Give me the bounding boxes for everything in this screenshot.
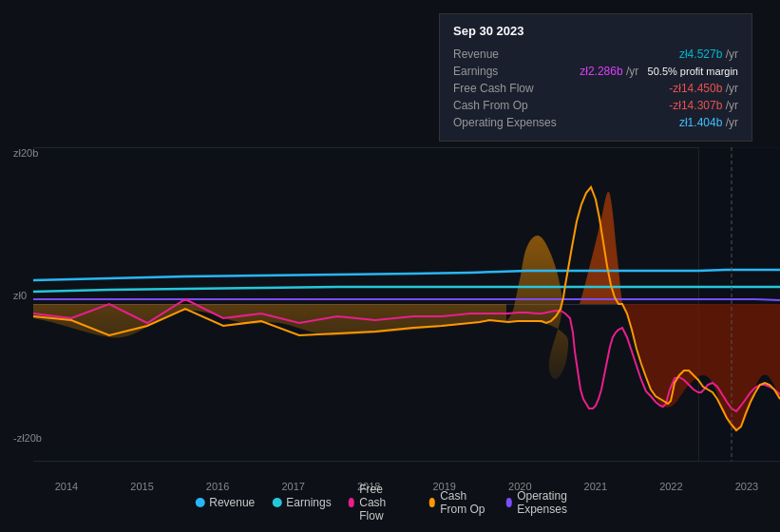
legend-dot-cashop [429,498,436,507]
opex-label: Operating Expenses [453,116,567,129]
legend-fcf: Free Cash Flow [349,483,412,522]
chart-container: Sep 30 2023 Revenue zł4.527b /yr Earning… [0,0,780,532]
tooltip-row-cashop: Cash From Op -zł14.307b /yr [453,97,738,114]
earnings-label: Earnings [453,65,567,78]
fcf-value: -zł14.450b /yr [567,82,738,95]
fcf-label: Free Cash Flow [453,82,567,95]
revenue-label: Revenue [453,48,567,61]
y-label-mid: zł0 [13,290,27,301]
chart-legend: Revenue Earnings Free Cash Flow Cash Fro… [195,483,585,522]
tooltip-row-revenue: Revenue zł4.527b /yr [453,46,738,63]
tooltip-row-opex: Operating Expenses zł1.404b /yr [453,114,738,131]
chart-svg [33,147,780,461]
x-label-2022: 2022 [637,481,704,492]
tooltip-title: Sep 30 2023 [453,24,738,38]
tooltip: Sep 30 2023 Revenue zł4.527b /yr Earning… [439,13,752,142]
legend-opex: Operating Expenses [506,489,585,516]
grid-line-bot [33,461,780,462]
legend-label-fcf: Free Cash Flow [359,483,411,522]
tooltip-row-earnings: Earnings zł2.286b /yr 50.5% profit margi… [453,63,738,80]
legend-revenue: Revenue [195,496,255,509]
cashop-label: Cash From Op [453,99,567,112]
legend-label-cashop: Cash From Op [440,489,488,516]
x-label-2015: 2015 [109,481,176,492]
tooltip-row-fcf: Free Cash Flow -zł14.450b /yr [453,80,738,97]
opex-value: zł1.404b /yr [567,116,738,129]
legend-earnings: Earnings [272,496,331,509]
cashop-value: -zł14.307b /yr [567,99,738,112]
x-label-2023: 2023 [713,481,780,492]
legend-label-opex: Operating Expenses [517,489,585,516]
revenue-value: zł4.527b /yr [567,48,738,61]
x-label-2014: 2014 [33,481,100,492]
legend-cashop: Cash From Op [429,489,489,516]
legend-label-revenue: Revenue [209,496,255,509]
legend-dot-revenue [195,498,204,507]
earnings-value: zł2.286b /yr 50.5% profit margin [567,65,738,78]
legend-dot-opex [506,498,513,507]
legend-dot-earnings [272,498,281,507]
legend-dot-fcf [349,498,355,507]
legend-label-earnings: Earnings [286,496,331,509]
